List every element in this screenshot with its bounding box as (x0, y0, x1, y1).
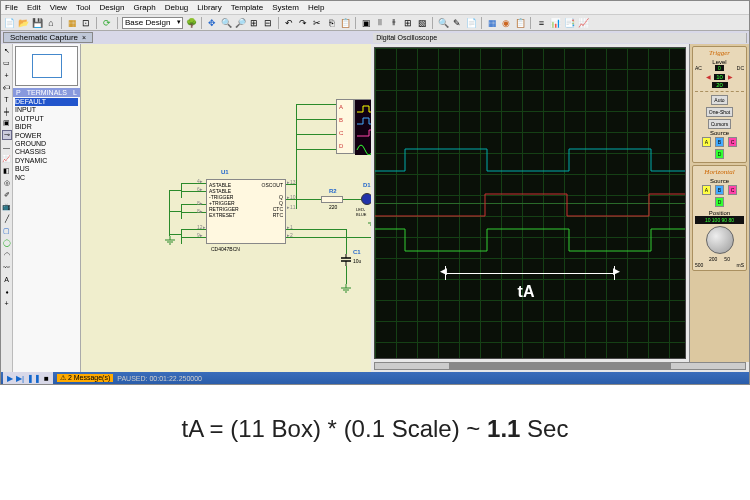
c1-body[interactable] (339, 254, 353, 266)
instrument-tool-icon[interactable]: 📺 (2, 202, 12, 212)
open-icon[interactable]: 📂 (17, 17, 29, 29)
stop-icon[interactable]: ■ (44, 374, 49, 383)
box-tool-icon[interactable]: ▢ (2, 226, 12, 236)
home-icon[interactable]: ⌂ (45, 17, 57, 29)
align-icon[interactable]: ⫴ (374, 17, 386, 29)
menu-graph[interactable]: Graph (133, 3, 155, 12)
new-icon[interactable]: 📄 (3, 17, 15, 29)
tool1-icon[interactable]: ▧ (416, 17, 428, 29)
subcircuit-tool-icon[interactable]: ▣ (2, 118, 12, 128)
save-icon[interactable]: 💾 (31, 17, 43, 29)
design-dropdown[interactable]: Base Design (122, 17, 183, 29)
path-tool-icon[interactable]: 〰 (2, 262, 12, 272)
search-icon[interactable]: 🔍 (437, 17, 449, 29)
redo-icon[interactable]: ↷ (297, 17, 309, 29)
menu-design[interactable]: Design (100, 3, 125, 12)
list-item[interactable]: BUS (15, 165, 78, 173)
move-icon[interactable]: ✥ (206, 17, 218, 29)
bus-tool-icon[interactable]: ╪ (2, 106, 12, 116)
mini-scope[interactable] (354, 99, 371, 154)
probe-tool-icon[interactable]: ✐ (2, 190, 12, 200)
cursors-button[interactable]: Cursors (708, 119, 732, 129)
pcb-icon[interactable]: ▦ (486, 17, 498, 29)
list-item[interactable]: BIDR (15, 123, 78, 131)
tree-icon[interactable]: 🌳 (185, 17, 197, 29)
list-item[interactable]: DEFAULT (15, 98, 78, 106)
menu-help[interactable]: Help (308, 3, 324, 12)
zoom-region-icon[interactable]: ⊟ (262, 17, 274, 29)
component-tool-icon[interactable]: ▭ (2, 58, 12, 68)
list-item[interactable]: GROUND (15, 140, 78, 148)
r2-body[interactable] (321, 196, 343, 203)
junction-tool-icon[interactable]: + (2, 70, 12, 80)
copy-icon[interactable]: ⎘ (325, 17, 337, 29)
menu-view[interactable]: View (50, 3, 67, 12)
menu-library[interactable]: Library (197, 3, 221, 12)
hsrc-a[interactable]: A (702, 185, 711, 195)
menu-system[interactable]: System (272, 3, 299, 12)
arc-tool-icon[interactable]: ◠ (2, 250, 12, 260)
src-d[interactable]: D (715, 149, 725, 159)
src-c[interactable]: C (728, 137, 738, 147)
hsrc-d[interactable]: D (715, 197, 725, 207)
hsrc-b[interactable]: B (715, 185, 724, 195)
pause-icon[interactable]: ❚❚ (27, 374, 41, 383)
u1-body[interactable]: ASTABLEOSCOUT ASTABLE -TRIGGERQ +TRIGGER… (206, 179, 286, 244)
graph-tool-icon[interactable]: 📈 (2, 154, 12, 164)
menu-template[interactable]: Template (231, 3, 263, 12)
hsrc-c[interactable]: C (728, 185, 738, 195)
sheet-icon[interactable]: ▦ (66, 17, 78, 29)
picker-p-icon[interactable]: P (16, 89, 21, 96)
label-tool-icon[interactable]: 🏷 (2, 82, 12, 92)
list-item[interactable]: OUTPUT (15, 115, 78, 123)
menu-tool[interactable]: Tool (76, 3, 91, 12)
src-b[interactable]: B (715, 137, 724, 147)
chart-icon[interactable]: 📊 (549, 17, 561, 29)
message-count[interactable]: ⚠ 2 Message(s) (57, 374, 113, 382)
pin-tool-icon[interactable]: — (2, 142, 12, 152)
cursor-tool-icon[interactable]: ↖ (2, 46, 12, 56)
paste-icon[interactable]: 📋 (339, 17, 351, 29)
list-item[interactable]: DYNAMIC (15, 157, 78, 165)
bom-icon[interactable]: 📋 (514, 17, 526, 29)
probe-header[interactable]: A B C D (336, 99, 354, 154)
circle-tool-icon[interactable]: ◯ (2, 238, 12, 248)
picker-l-icon[interactable]: L (73, 89, 77, 96)
zoom-out-icon[interactable]: 🔎 (234, 17, 246, 29)
terminal-tool-icon[interactable]: ⊸ (2, 130, 12, 140)
graph-icon[interactable]: 📈 (577, 17, 589, 29)
menu-edit[interactable]: Edit (27, 3, 41, 12)
oneshot-button[interactable]: One-Shot (706, 107, 733, 117)
schematic-canvas[interactable]: U1 ASTABLEOSCOUT ASTABLE -TRIGGERQ +TRIG… (81, 44, 371, 372)
text-tool-icon[interactable]: T (2, 94, 12, 104)
list-item[interactable]: POWER (15, 132, 78, 140)
zoom-in-icon[interactable]: 🔍 (220, 17, 232, 29)
list-item[interactable]: INPUT (15, 106, 78, 114)
tab-close-icon[interactable]: × (82, 34, 86, 41)
plus-tool-icon[interactable]: + (2, 298, 12, 308)
step-icon[interactable]: ▶| (16, 374, 24, 383)
cut-icon[interactable]: ✂ (311, 17, 323, 29)
scope-screen[interactable]: ◀ ▶ tA (374, 47, 686, 359)
text2-tool-icon[interactable]: A (2, 274, 12, 284)
play-icon[interactable]: ▶ (7, 374, 13, 383)
tab-schematic[interactable]: Schematic Capture × (3, 32, 93, 43)
list-item[interactable]: NC (15, 174, 78, 182)
menu-file[interactable]: File (5, 3, 18, 12)
part-list[interactable]: DEFAULT INPUT OUTPUT BIDR POWER GROUND C… (13, 97, 80, 183)
align2-icon[interactable]: ⫵ (388, 17, 400, 29)
grid-icon[interactable]: ⊞ (402, 17, 414, 29)
edit-icon[interactable]: ✎ (451, 17, 463, 29)
list-item[interactable]: CHASSIS (15, 148, 78, 156)
auto-button[interactable]: Auto (711, 95, 727, 105)
report-icon[interactable]: 📑 (563, 17, 575, 29)
layers-icon[interactable]: ≡ (535, 17, 547, 29)
3d-icon[interactable]: ◉ (500, 17, 512, 29)
new2-icon[interactable]: 📄 (465, 17, 477, 29)
src-a[interactable]: A (702, 137, 711, 147)
scope-scrollbar[interactable] (374, 362, 746, 370)
line-tool-icon[interactable]: ╱ (2, 214, 12, 224)
led-d1[interactable] (361, 193, 371, 205)
zoom-fit-icon[interactable]: ⊞ (248, 17, 260, 29)
zoom-area-icon[interactable]: ⊡ (80, 17, 92, 29)
